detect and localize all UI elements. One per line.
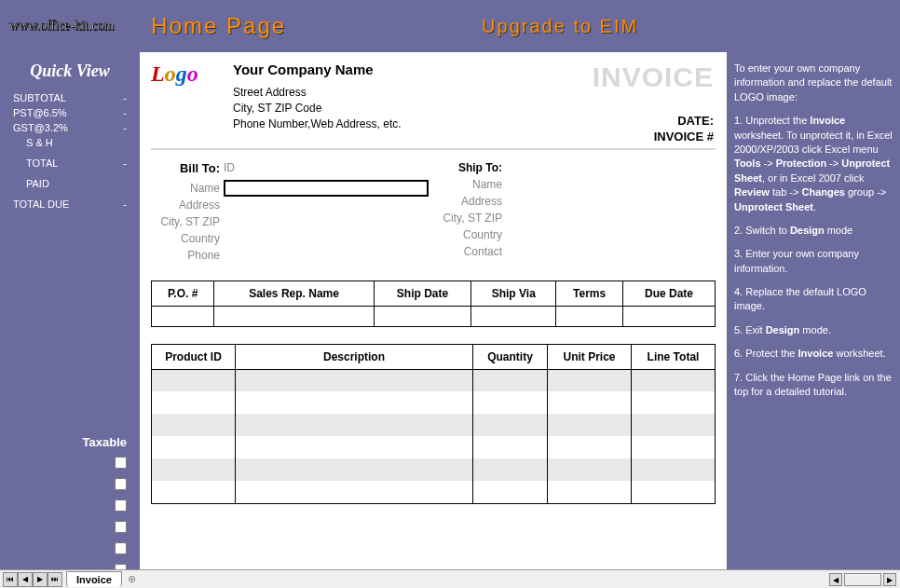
ship-contact-label: Contact — [433, 243, 506, 260]
tab-prev-icon[interactable]: ◀ — [18, 572, 33, 587]
invoice-number-label: INVOICE # — [654, 130, 714, 145]
bill-to-title: Bill To: — [151, 159, 224, 178]
taxable-checkbox-4[interactable] — [115, 521, 127, 533]
new-sheet-icon[interactable]: ⊕ — [128, 573, 136, 585]
ship-country-label: Country — [433, 226, 506, 243]
scroll-right-icon[interactable]: ▶ — [883, 573, 896, 586]
instructions-panel: To enter your own company information an… — [727, 52, 900, 569]
bill-phone-label: Phone — [151, 247, 224, 264]
site-url[interactable]: www.office-kit.com — [9, 19, 114, 34]
bill-address-label: Address — [151, 197, 224, 213]
tab-nav: ⏮ ◀ ▶ ⏭ — [0, 572, 62, 587]
invoice-panel: INVOICE DATE: INVOICE # Logo Your Compan… — [140, 52, 727, 569]
scroll-left-icon[interactable]: ◀ — [829, 573, 842, 586]
quick-view-title: Quick View — [7, 62, 132, 81]
bill-ship-section: Bill To:ID Name Address City, ST ZIP Cou… — [151, 159, 716, 264]
instr-2: 2. Switch to Design mode — [734, 224, 893, 238]
qv-total: TOTAL- — [7, 157, 132, 169]
line-th-product: Product ID — [152, 344, 236, 369]
bill-to-col: Bill To:ID Name Address City, ST ZIP Cou… — [151, 159, 433, 264]
line-row[interactable] — [152, 436, 716, 458]
instr-6: 6. Protect the Invoice worksheet. — [734, 347, 893, 361]
company-street[interactable]: Street Address — [233, 85, 402, 101]
top-bar: www.office-kit.com Home Page Upgrade to … — [0, 0, 900, 52]
instr-3: 3. Enter your own company information. — [734, 247, 893, 276]
taxable-checkbox-3[interactable] — [115, 499, 127, 512]
line-row[interactable] — [152, 414, 716, 436]
ship-city-label: City, ST ZIP — [433, 210, 506, 226]
line-row[interactable] — [152, 391, 716, 414]
instr-4: 4. Replace the default LOGO image. — [734, 285, 893, 314]
ship-to-title: Ship To: — [433, 159, 506, 176]
instr-1: 1. Unprotect the Invoice worksheet. To u… — [734, 114, 893, 214]
sheet-tabs-bar: ⏮ ◀ ▶ ⏭ Invoice ⊕ ◀ ▶ — [0, 569, 900, 588]
taxable-checkbox-5[interactable] — [115, 542, 127, 554]
line-th-total: Line Total — [632, 344, 716, 369]
qv-paid: PAID — [7, 178, 132, 189]
taxable-label: Taxable — [7, 435, 132, 449]
qv-sh: S & H — [7, 137, 132, 148]
line-table: Product ID Description Quantity Unit Pri… — [151, 344, 716, 504]
logo-image: Logo — [151, 62, 225, 117]
tab-last-icon[interactable]: ⏭ — [48, 572, 62, 587]
line-row[interactable] — [152, 369, 716, 391]
instr-intro: To enter your own company information an… — [734, 62, 893, 104]
instr-5: 5. Exit Design mode. — [734, 323, 893, 337]
line-row[interactable] — [152, 481, 716, 503]
company-city[interactable]: City, ST ZIP Code — [233, 101, 402, 116]
info-th-rep: Sales Rep. Name — [214, 280, 375, 306]
scroll-track[interactable] — [844, 573, 881, 586]
info-th-shipvia: Ship Via — [471, 280, 556, 306]
line-th-desc: Description — [236, 344, 473, 369]
ship-to-col: Ship To: Name Address City, ST ZIP Count… — [433, 159, 716, 264]
tab-invoice[interactable]: Invoice — [66, 571, 122, 587]
line-th-price: Unit Price — [548, 344, 632, 369]
instr-7: 7. Click the Home Page link on the top f… — [734, 371, 893, 400]
info-row[interactable] — [152, 306, 716, 326]
info-th-terms: Terms — [556, 280, 623, 306]
qv-subtotal: SUBTOTAL- — [7, 92, 132, 103]
info-th-due: Due Date — [622, 280, 715, 306]
qv-gst: GST@3.2%- — [7, 122, 132, 133]
bill-name-input[interactable] — [224, 180, 429, 197]
tab-next-icon[interactable]: ▶ — [33, 572, 48, 587]
info-table: P.O. # Sales Rep. Name Ship Date Ship Vi… — [151, 280, 716, 327]
company-name[interactable]: Your Company Name — [233, 62, 402, 77]
qv-totaldue: TOTAL DUE- — [7, 198, 132, 210]
home-page-link[interactable]: Home Page — [151, 13, 286, 39]
company-block: Your Company Name Street Address City, S… — [233, 62, 402, 131]
bill-name-label: Name — [151, 180, 224, 197]
ship-address-label: Address — [433, 193, 506, 210]
date-block: DATE: INVOICE # — [654, 114, 714, 145]
info-th-shipdate: Ship Date — [374, 280, 470, 306]
bill-city-label: City, ST ZIP — [151, 213, 224, 230]
main-area: Quick View SUBTOTAL- PST@6.5%- GST@3.2%-… — [0, 52, 900, 569]
bill-country-label: Country — [151, 230, 224, 247]
taxable-checkbox-2[interactable] — [115, 478, 127, 490]
left-panel: Quick View SUBTOTAL- PST@6.5%- GST@3.2%-… — [0, 52, 140, 569]
invoice-title: INVOICE — [593, 62, 714, 93]
info-th-po: P.O. # — [152, 280, 214, 306]
line-th-qty: Quantity — [473, 344, 548, 369]
ship-name-label: Name — [433, 176, 506, 193]
qv-pst: PST@6.5%- — [7, 107, 132, 118]
divider — [151, 148, 716, 150]
upgrade-link[interactable]: Upgrade to EIM — [482, 16, 638, 37]
date-label: DATE: — [654, 114, 714, 130]
tab-first-icon[interactable]: ⏮ — [3, 572, 18, 587]
taxable-checkbox-1[interactable] — [115, 457, 127, 469]
h-scrollbar: ◀ ▶ — [829, 573, 896, 586]
taxable-checkboxes — [7, 457, 132, 576]
line-row[interactable] — [152, 458, 716, 481]
company-phone[interactable]: Phone Number,Web Address, etc. — [233, 116, 402, 132]
